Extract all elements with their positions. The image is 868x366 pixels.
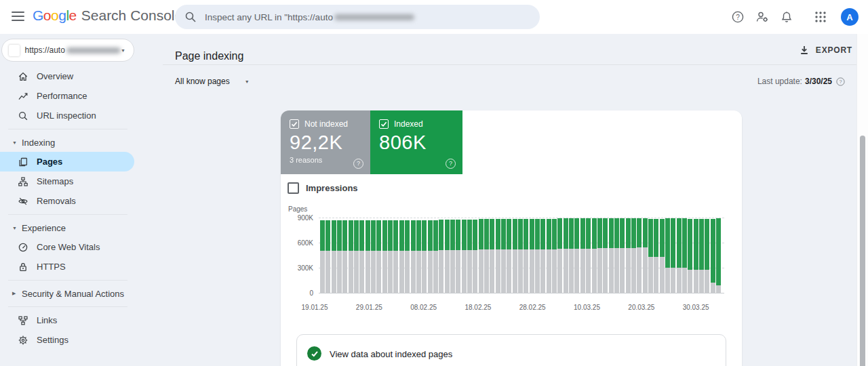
- chevron-down-icon: ▼: [245, 79, 250, 84]
- notifications-icon[interactable]: [774, 5, 799, 29]
- bar-segment-not-indexed: [648, 257, 653, 293]
- export-button[interactable]: EXPORT: [797, 42, 854, 58]
- sidebar-item-performance[interactable]: Performance: [0, 86, 136, 106]
- chart-bar: [513, 219, 517, 293]
- chart-bar: [524, 219, 528, 293]
- chart-bar: [507, 219, 511, 293]
- sidebar-item-label: URL inspection: [37, 110, 96, 121]
- bar-segment-indexed: [535, 219, 540, 249]
- apps-grid-icon[interactable]: [808, 5, 833, 29]
- chart-bar: [439, 220, 443, 293]
- y-axis-ticks: 900K600K300K0: [289, 218, 313, 293]
- chart-bar: [637, 218, 642, 293]
- bar-segment-not-indexed: [371, 251, 376, 293]
- property-selector[interactable]: https://auto ▼: [1, 39, 134, 62]
- view-indexed-data-banner[interactable]: View data about indexed pages: [296, 334, 726, 366]
- bar-segment-indexed: [332, 220, 336, 251]
- chevron-down-icon: ▼: [12, 226, 19, 230]
- chart-bar: [540, 219, 545, 293]
- chart-bar: [614, 218, 619, 293]
- impressions-toggle[interactable]: Impressions: [288, 182, 358, 194]
- bar-segment-not-indexed: [433, 251, 438, 293]
- chart-bar: [433, 220, 438, 293]
- bar-segment-not-indexed: [711, 283, 715, 293]
- sidebar-item-core-web-vitals[interactable]: Core Web Vitals: [0, 237, 136, 257]
- bar-segment-indexed: [496, 219, 500, 249]
- sidebar-item-removals[interactable]: Removals: [0, 191, 136, 211]
- chart-bar: [349, 220, 353, 293]
- bar-segment-indexed: [557, 218, 562, 249]
- chart-bar: [354, 220, 359, 293]
- sidebar-item-https[interactable]: HTTPS: [0, 257, 136, 277]
- bar-segment-indexed: [507, 219, 511, 249]
- sidebar-item-label: Removals: [37, 196, 76, 206]
- url-inspect-search-input[interactable]: Inspect any URL in "https://auto: [175, 5, 540, 29]
- help-circle-icon[interactable]: ?: [353, 159, 363, 169]
- scrollbar-thumb[interactable]: [860, 136, 865, 366]
- checkbox-unchecked-icon[interactable]: [288, 182, 299, 194]
- scrollbar-track[interactable]: [856, 34, 868, 366]
- not-indexed-count: 92,2K: [290, 131, 370, 154]
- bar-segment-indexed: [574, 218, 579, 249]
- page-filter-dropdown[interactable]: All know pages ▼: [175, 77, 250, 86]
- bar-segment-indexed: [382, 220, 387, 251]
- sidebar-divider: [8, 280, 127, 281]
- chart-bar: [479, 219, 484, 293]
- bar-segment-not-indexed: [411, 251, 416, 293]
- sidebar-item-label: Core Web Vitals: [37, 242, 100, 252]
- bar-segment-indexed: [456, 220, 460, 250]
- chart-bar: [609, 218, 614, 293]
- manage-users-icon[interactable]: [750, 5, 774, 29]
- sidebar-section-security-manual-actions[interactable]: ▶Security & Manual Actions: [0, 284, 136, 303]
- tab-not-indexed[interactable]: Not indexed 92,2K 3 reasons ?: [281, 110, 370, 174]
- x-tick-label: 28.02.25: [519, 304, 546, 311]
- bar-segment-indexed: [513, 219, 517, 249]
- bar-segment-not-indexed: [422, 251, 427, 293]
- bar-segment-indexed: [354, 220, 359, 251]
- search-icon: [184, 11, 197, 23]
- bar-segment-not-indexed: [349, 251, 353, 293]
- sidebar-item-links[interactable]: Links: [0, 310, 136, 330]
- sidebar-section-experience[interactable]: ▼Experience: [0, 218, 136, 237]
- bar-segment-indexed: [540, 219, 545, 249]
- chart-bar: [393, 220, 398, 293]
- help-circle-icon[interactable]: ?: [446, 159, 456, 169]
- chart-bar: [422, 220, 427, 293]
- bar-segment-not-indexed: [620, 248, 625, 293]
- bar-segment-not-indexed: [586, 249, 591, 293]
- checkbox-checked-icon[interactable]: [379, 119, 389, 129]
- sidebar-item-pages[interactable]: Pages: [0, 152, 134, 171]
- bar-segment-indexed: [586, 218, 591, 249]
- bar-segment-not-indexed: [643, 247, 648, 293]
- bar-segment-indexed: [688, 219, 692, 270]
- sitemaps-icon: [18, 176, 28, 187]
- chart-bar: [648, 219, 653, 293]
- help-icon[interactable]: ?: [726, 5, 750, 29]
- menu-icon[interactable]: [12, 12, 24, 22]
- sidebar-item-url-inspection[interactable]: URL inspection: [0, 106, 136, 125]
- chart-bar: [620, 218, 625, 293]
- topbar-actions: ?: [726, 0, 859, 34]
- avatar[interactable]: A: [841, 8, 859, 26]
- bar-segment-indexed: [569, 218, 574, 249]
- chart-bar: [592, 218, 597, 293]
- bar-segment-indexed: [416, 220, 421, 251]
- help-circle-icon[interactable]: ?: [836, 77, 845, 86]
- x-tick-label: 19.01.25: [302, 304, 328, 311]
- sidebar-item-sitemaps[interactable]: Sitemaps: [0, 171, 136, 191]
- bar-segment-not-indexed: [513, 249, 517, 293]
- chart-bar: [411, 220, 416, 293]
- x-tick-label: 18.02.25: [465, 304, 491, 311]
- checkbox-checked-icon[interactable]: [290, 119, 299, 129]
- chart-bar: [603, 218, 608, 293]
- x-tick-label: 29.01.25: [356, 304, 382, 311]
- app-logo[interactable]: Google Search Console: [33, 7, 182, 24]
- sidebar-section-indexing[interactable]: ▼Indexing: [0, 133, 136, 152]
- bar-segment-not-indexed: [530, 249, 534, 293]
- sidebar-item-settings[interactable]: Settings: [0, 330, 136, 350]
- sidebar-item-overview[interactable]: Overview: [0, 66, 136, 86]
- tab-indexed[interactable]: Indexed 806K ?: [370, 110, 462, 174]
- bar-segment-not-indexed: [637, 247, 642, 293]
- chevron-right-icon: ▶: [12, 291, 19, 296]
- bar-segment-indexed: [648, 219, 653, 257]
